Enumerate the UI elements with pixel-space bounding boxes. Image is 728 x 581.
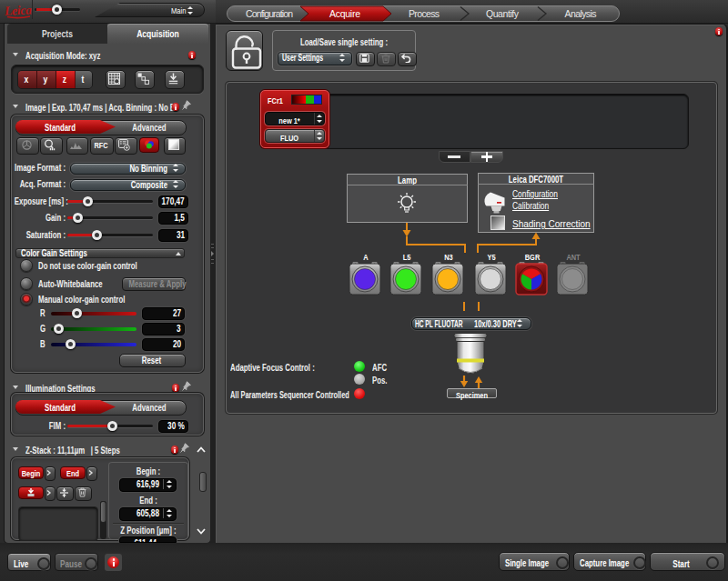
svg-text:Acquire: Acquire [329, 8, 360, 19]
svg-text:Configuration: Configuration [246, 8, 293, 19]
svg-text:Process: Process [409, 8, 440, 19]
svg-text:Analysis: Analysis [565, 8, 597, 19]
svg-text:Leica: Leica [4, 3, 32, 18]
svg-text:Quantify: Quantify [486, 8, 520, 19]
